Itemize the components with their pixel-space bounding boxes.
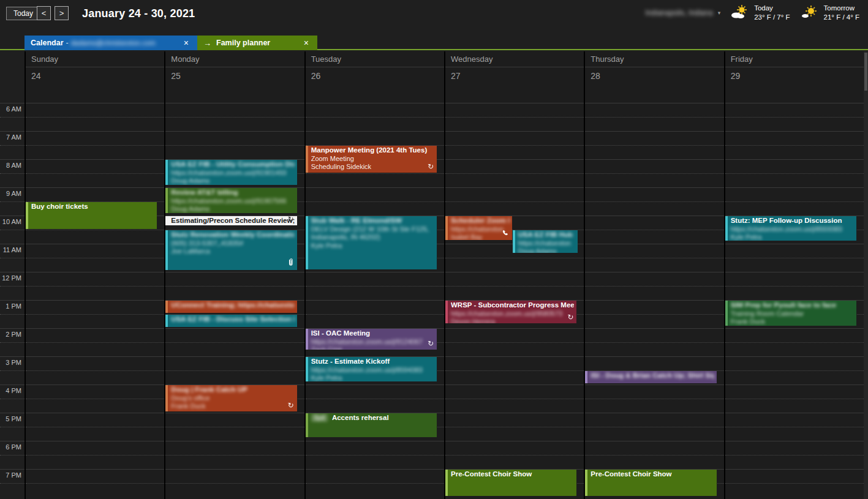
tab-family-planner[interactable]: → Family planner ×: [197, 36, 317, 50]
time-slot[interactable]: [585, 300, 723, 328]
calendar-event-review-att-billing[interactable]: Review AT&T billinghttps://chatsexton.zo…: [165, 188, 296, 213]
time-slot[interactable]: [306, 300, 444, 328]
time-slot[interactable]: [445, 159, 584, 187]
day-column-wednesday: Scheduler Zoom lihttps://chatsextonIsabe…: [444, 103, 584, 499]
calendar-app: Today < > January 24 - 30, 2021 Indianap…: [0, 0, 868, 499]
time-slot[interactable]: [26, 272, 164, 300]
time-slot[interactable]: [445, 131, 584, 159]
time-slot[interactable]: [725, 441, 864, 469]
time-slot[interactable]: [725, 187, 864, 216]
calendar-event-uconnect-training[interactable]: UConnect Training; https://chatsexton: [165, 301, 296, 313]
chevron-down-icon: ▾: [718, 10, 721, 16]
calendar-event-usa-ez-fib-site-selection[interactable]: USA EZ FIB - Discuss Site Selection Plan: [165, 315, 296, 327]
calendar-event-accents-rehersal[interactable]: SydAccents rehersal: [306, 413, 437, 437]
weather-location[interactable]: Indianapolis, Indiana ▾: [646, 9, 721, 17]
time-slot[interactable]: [26, 131, 164, 159]
close-icon[interactable]: ×: [301, 38, 311, 48]
calendar-event-usa-ez-fib-utility-consumption[interactable]: USA EZ FIB - Utility Consumption Discuht…: [165, 160, 296, 185]
time-slot[interactable]: [585, 131, 723, 159]
time-slot[interactable]: [585, 441, 723, 469]
time-slot[interactable]: [26, 413, 164, 441]
time-slot[interactable]: [306, 187, 444, 216]
calendar-event-doug-frank-catch-up[interactable]: Doug | Frank Catch UPDoug's officeFrank …: [165, 385, 296, 411]
time-slot[interactable]: [26, 356, 164, 385]
time-slot[interactable]: [445, 103, 584, 131]
time-slot[interactable]: [26, 244, 164, 272]
time-slot[interactable]: [725, 413, 864, 441]
scrollbar-thumb[interactable]: [864, 53, 867, 91]
vertical-scrollbar[interactable]: [864, 51, 868, 499]
time-label: 11 AM: [0, 244, 25, 272]
time-slot[interactable]: [585, 413, 723, 441]
calendar-event-stutz-renovation-weekly-coordination[interactable]: Stutz Renovation Weekly Coordination(605…: [165, 230, 296, 270]
calendar-event-stutz-mep-follow-up[interactable]: Stutz: MEP Follow-up Discussionhttps://c…: [725, 216, 856, 241]
calendar-event-scheduler-zoom[interactable]: Scheduler Zoom lihttps://chatsextonIsabe…: [445, 216, 512, 240]
time-slot[interactable]: [165, 469, 304, 497]
time-slot[interactable]: [585, 159, 723, 187]
time-slot[interactable]: [445, 187, 584, 216]
calendar-event-wrsp-subcontractor-progress[interactable]: WRSP - Subcontractor Progress Meetinhttp…: [445, 301, 576, 323]
calendar-event-manpower-meeting[interactable]: Manpower Meeting (2021 4th Tues)Zoom Mee…: [306, 146, 437, 173]
time-slot[interactable]: [445, 328, 584, 356]
calendar-event-sim-prep-pyoult-face-to-face[interactable]: SIM Prep for Pyoult face to faceTraining…: [725, 301, 856, 326]
close-icon[interactable]: ×: [181, 38, 191, 48]
time-slot[interactable]: [165, 131, 304, 159]
calendar-event-pre-contest-choir-show-thu[interactable]: Pre-Contest Choir Show: [585, 470, 716, 496]
time-slot[interactable]: [306, 385, 444, 413]
tab-calendar[interactable]: Calendar - dadams@chrislsexton.com ×: [25, 36, 197, 50]
time-slot[interactable]: [445, 413, 584, 441]
weather-tomorrow[interactable]: Tomorrow 21° F / 4° F: [800, 4, 859, 22]
time-slot[interactable]: [165, 441, 304, 469]
time-slot[interactable]: [165, 413, 304, 441]
calendar-event-pre-contest-choir-show-wed[interactable]: Pre-Contest Choir Show: [445, 470, 576, 496]
time-slot[interactable]: [165, 103, 304, 131]
time-slot[interactable]: [725, 103, 864, 131]
calendar-event-stutz-estimate-kickoff[interactable]: Stutz - Estimate Kickoffhttps://chatsext…: [306, 357, 437, 381]
time-slot[interactable]: [165, 356, 304, 385]
time-slot[interactable]: [445, 272, 584, 300]
prev-week-button[interactable]: <: [37, 6, 51, 20]
calendar-event-isi-oac-meeting[interactable]: ISI - OAC Meetinghttps://chatsexton.zoom…: [306, 329, 437, 350]
time-slot[interactable]: [26, 441, 164, 469]
calendar-event-stub-walk[interactable]: Stub Walk - RE Elmond/SWDELV Design (212…: [306, 216, 437, 269]
time-slot[interactable]: [585, 272, 723, 300]
time-slot[interactable]: [725, 356, 864, 385]
time-slot[interactable]: [26, 328, 164, 356]
time-slot[interactable]: [26, 159, 164, 187]
time-slot[interactable]: [585, 103, 723, 131]
time-slot[interactable]: [445, 385, 584, 413]
time-slot[interactable]: [26, 469, 164, 497]
time-slot[interactable]: [306, 103, 444, 131]
weather-today-label: Today: [754, 4, 790, 13]
time-slot[interactable]: [725, 131, 864, 159]
time-slot[interactable]: [725, 385, 864, 413]
calendar-event-usa-ez-fib-hub[interactable]: USA EZ FIB Hub 1https://chatsextonDoug A…: [513, 230, 578, 253]
time-label: 8 AM: [0, 159, 25, 187]
time-slot[interactable]: [445, 441, 584, 469]
time-slot[interactable]: [26, 385, 164, 413]
time-slot[interactable]: [165, 328, 304, 356]
time-slot[interactable]: [585, 328, 723, 356]
time-slot[interactable]: [585, 385, 723, 413]
time-slot[interactable]: [306, 469, 444, 497]
time-slot[interactable]: [585, 244, 723, 272]
calendar-event-buy-choir-tickets[interactable]: Buy choir tickets: [26, 202, 157, 229]
time-slot[interactable]: [26, 103, 164, 131]
time-slot[interactable]: [725, 272, 864, 300]
weather-today[interactable]: Today 23° F / 7° F: [730, 4, 790, 22]
today-button[interactable]: Today: [6, 7, 40, 20]
calendar-event-isi-doug-brian-catch-up[interactable]: ISI - Doug & Brian Catch Up; Shirl Sig: [585, 371, 716, 383]
time-slot[interactable]: [165, 272, 304, 300]
time-slot[interactable]: [725, 469, 864, 497]
time-slot[interactable]: [725, 244, 864, 272]
time-slot[interactable]: [725, 328, 864, 356]
time-slot[interactable]: [306, 272, 444, 300]
time-slot[interactable]: [725, 159, 864, 187]
time-slot[interactable]: [445, 356, 584, 385]
next-week-button[interactable]: >: [55, 6, 69, 20]
time-slot[interactable]: [585, 187, 723, 216]
time-slot[interactable]: [306, 441, 444, 469]
time-slot[interactable]: [26, 300, 164, 328]
time-slot[interactable]: [585, 216, 723, 244]
calendar-event-estimating-precon-schedule-review[interactable]: Estimating/Precon Schedule Review;↻: [165, 216, 296, 225]
